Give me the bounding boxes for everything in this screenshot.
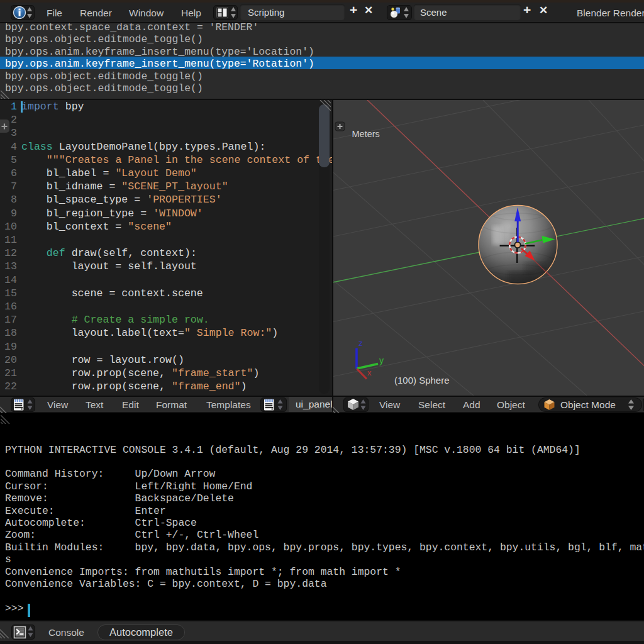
svg-text:y: y (379, 355, 384, 365)
svg-text:Meters: Meters (352, 129, 380, 139)
svg-text:(100) Sphere: (100) Sphere (394, 375, 450, 386)
svg-text:x: x (367, 368, 372, 377)
svg-text:z: z (358, 338, 363, 348)
